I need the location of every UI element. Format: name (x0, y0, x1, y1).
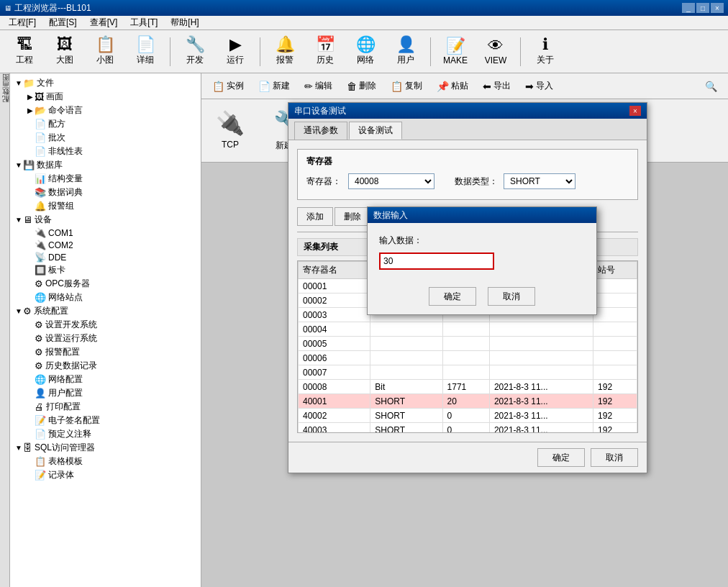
table-row[interactable]: 40003SHORT02021-8-3 11...192 (299, 423, 637, 434)
tab-devtest[interactable]: 设备测试 (349, 122, 402, 140)
action-import[interactable]: ➡ 导入 (519, 76, 560, 96)
dde-label: DDE (48, 252, 66, 263)
action-new[interactable]: 📄 新建 (252, 76, 296, 96)
sidebar-tab-0[interactable]: 工 (0, 76, 9, 82)
smallmap-label: 小图 (96, 54, 114, 66)
action-copy[interactable]: 📋 复制 (384, 76, 429, 96)
menu-project[interactable]: 工程[F] (3, 15, 42, 30)
close-button[interactable]: × (711, 3, 724, 13)
tree-node-file[interactable]: ▼ 📁 文件 (13, 76, 198, 90)
tree-node-recipe[interactable]: 📄 配方 (24, 117, 198, 131)
tree-node-datadict[interactable]: 📚 数据词典 (24, 186, 198, 199)
tree-node-printcfg[interactable]: 🖨 打印配置 (24, 400, 198, 414)
menu-tools[interactable]: 工具[T] (124, 15, 163, 30)
expand-structvar (26, 175, 35, 183)
dialog-confirm-btn[interactable]: 确定 (537, 448, 585, 467)
com1-icon: 🔌 (35, 227, 46, 238)
action-paste[interactable]: 📌 粘贴 (430, 76, 475, 96)
table-row[interactable]: 00004 (299, 322, 637, 337)
expand-recipe (26, 120, 35, 128)
action-search[interactable]: 🔍 (699, 76, 724, 96)
tree-node-nonlinear[interactable]: 📄 非线性表 (24, 145, 198, 158)
tree-node-netcfg[interactable]: 🌐 网络配置 (24, 373, 198, 386)
sub-dialog-confirm-btn[interactable]: 确定 (429, 287, 476, 306)
sidebar-tab-3[interactable]: 数 (0, 98, 9, 104)
toolbar-network[interactable]: 🌐 网络 (347, 33, 384, 70)
tree-node-runconfig[interactable]: ⚙ 设置运行系统 (24, 332, 198, 345)
toolbar-view[interactable]: 👁 VIEW (477, 33, 514, 70)
minimize-button[interactable]: _ (682, 3, 695, 13)
sub-dialog-cancel-btn[interactable]: 取消 (488, 287, 535, 306)
tree-node-com2[interactable]: 🔌 COM2 (24, 239, 198, 251)
tree-node-reportcfg[interactable]: ⚙ 报警配置 (24, 345, 198, 359)
tree-node-com1[interactable]: 🔌 COM1 (24, 227, 198, 239)
tree-node-structvar[interactable]: 📊 结构变量 (24, 172, 198, 186)
datatype-select[interactable]: SHORT INT LONG FLOAT (504, 173, 575, 189)
app-title: 工程浏览器---BL101 (14, 2, 91, 14)
menu-config[interactable]: 配置[S] (43, 15, 83, 30)
tab-commparam[interactable]: 通讯参数 (294, 122, 347, 140)
toolbar-history[interactable]: 📅 历史 (306, 33, 344, 70)
tree-node-netnode[interactable]: 🌐 网络站点 (24, 291, 198, 304)
tree-node-boardcard[interactable]: 🔲 板卡 (24, 263, 198, 277)
table-row[interactable]: 00007 (299, 365, 637, 380)
action-delete[interactable]: 🗑 删除 (340, 76, 383, 96)
toolbar-run[interactable]: ▶ 运行 (217, 33, 254, 70)
dialog-close-button[interactable]: × (629, 106, 641, 116)
toolbar-about[interactable]: ℹ 关于 (527, 33, 564, 70)
table-row[interactable]: 00006 (299, 351, 637, 365)
toolbar-bigmap[interactable]: 🖼 大图 (46, 33, 83, 70)
table-row[interactable]: 00005 (299, 337, 637, 351)
toolbar-smallmap[interactable]: 📋 小图 (86, 33, 124, 70)
toolbar-report[interactable]: 🔔 报警 (266, 33, 304, 70)
maximize-button[interactable]: □ (696, 3, 709, 13)
sql-label: SQL访问管理器 (35, 442, 95, 454)
tree-node-recordbody[interactable]: 📝 记录体 (24, 468, 198, 482)
table-row[interactable]: 00008Bit17712021-8-3 11...192 (299, 380, 637, 394)
tree-node-opc[interactable]: ⚙ OPC服务器 (24, 277, 198, 291)
history-label: 历史 (317, 54, 334, 66)
table-row[interactable]: 40001SHORT202021-8-3 11...192 (299, 394, 637, 409)
expand-reportgrp (26, 202, 35, 210)
tree-node-database[interactable]: ▼ 💾 数据库 (13, 158, 198, 172)
tree-node-cmdlang[interactable]: ▶ 📂 命令语言 (24, 104, 198, 117)
toolbar-make[interactable]: 📝 MAKE (437, 33, 474, 70)
action-shili[interactable]: 📋 实例 (206, 76, 250, 96)
separator4 (520, 37, 521, 66)
sidebar-tabs: 工 图 画 数 配 (0, 73, 10, 587)
menu-view[interactable]: 查看[V] (84, 15, 124, 30)
expand-screen: ▶ (26, 93, 35, 101)
btn-delete-row[interactable]: 删除 (335, 207, 370, 226)
tree-node-predefine[interactable]: 📄 预定义注释 (24, 427, 198, 441)
content-tcp[interactable]: 🔌 TCP (209, 106, 252, 153)
action-edit[interactable]: ✏ 编辑 (298, 76, 339, 96)
sidebar-tab-2[interactable]: 画 (0, 91, 9, 96)
make-icon: 📝 (446, 38, 465, 54)
table-row[interactable]: 40002SHORT02021-8-3 11...192 (299, 409, 637, 423)
toolbar-dev[interactable]: 🔧 开发 (176, 33, 214, 70)
tree-node-usercfg[interactable]: 👤 用户配置 (24, 386, 198, 400)
register-select[interactable]: 40008 (348, 173, 434, 189)
dialog-cancel-btn[interactable]: 取消 (591, 448, 638, 467)
tree-node-esign[interactable]: 📝 电子签名配置 (24, 414, 198, 427)
btn-add[interactable]: 添加 (297, 207, 333, 226)
toolbar-user[interactable]: 👤 用户 (387, 33, 424, 70)
tree-node-screen[interactable]: ▶ 🖼 画面 (24, 90, 198, 104)
tree-node-devconfig[interactable]: ⚙ 设置开发系统 (24, 318, 198, 332)
tree-node-dde[interactable]: 📡 DDE (24, 251, 198, 263)
toolbar-project[interactable]: 🏗 工程 (6, 33, 43, 70)
action-export[interactable]: ⬅ 导出 (476, 76, 517, 96)
tree-node-sysconfig[interactable]: ▼ ⚙ 系统配置 (13, 304, 198, 318)
toolbar-detail[interactable]: 📄 详细 (127, 33, 164, 70)
tree-node-reportgrp[interactable]: 🔔 报警组 (24, 199, 198, 213)
tree-node-batch[interactable]: 📄 批次 (24, 131, 198, 145)
tree-node-sql[interactable]: ▼ 🗄 SQL访问管理器 (13, 441, 198, 455)
data-input-field[interactable] (379, 252, 494, 270)
tree-node-histdata[interactable]: ⚙ 历史数据记录 (24, 359, 198, 373)
sidebar-tab-4[interactable]: 配 (0, 105, 9, 111)
menu-help[interactable]: 帮助[H] (165, 15, 204, 30)
tree-node-device[interactable]: ▼ 🖥 设备 (13, 213, 198, 227)
sidebar-tab-1[interactable]: 图 (0, 83, 9, 89)
reportcfg-label: 报警配置 (45, 346, 80, 358)
tree-node-tabletemplate[interactable]: 📋 表格模板 (24, 455, 198, 468)
